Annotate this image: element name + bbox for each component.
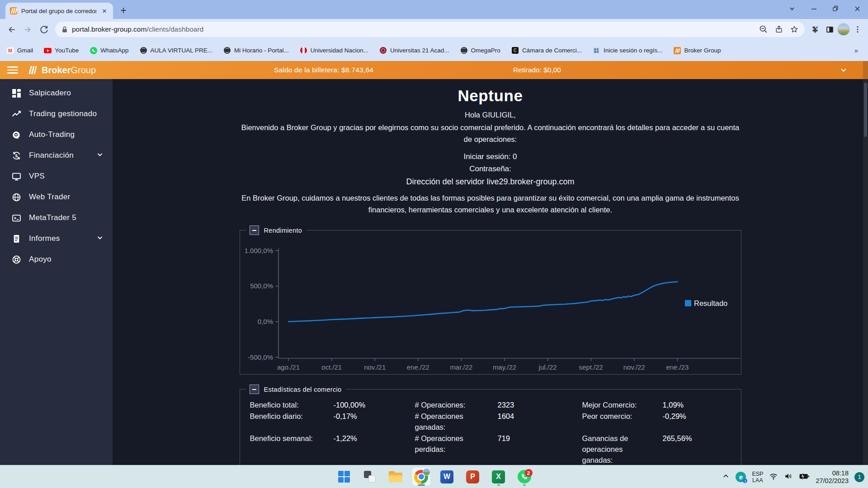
stat-row: Beneficio diario:-0,17% [250,411,415,433]
powerpoint-button[interactable]: P [464,468,482,486]
bookmark-aula-virtual[interactable]: AULA VIRTUAL PRE... [140,47,212,54]
excel-button[interactable]: X [490,468,508,486]
antivirus-tray-icon[interactable]: ei [736,472,746,482]
chevron-down-icon [96,234,104,244]
svg-text:ene./23: ene./23 [666,363,689,371]
svg-text:ene./22: ene./22 [406,363,429,371]
svg-text:-500,0%: -500,0% [248,353,273,361]
greeting-text: Hola GIULIGIL, [113,111,868,119]
restore-button[interactable] [825,0,846,17]
svg-text:mar./22: mar./22 [450,363,472,371]
side-panel-icon[interactable] [823,23,836,36]
browser-tab[interactable]: Portal del grupo de corredores ✕ [5,3,113,19]
battery-charging-icon[interactable] [799,472,810,483]
close-button[interactable] [846,0,868,17]
sidebar-item-auto-trading[interactable]: Auto-Trading [0,124,113,145]
header-chevron-down-icon[interactable] [840,66,847,75]
url-domain: portal.broker-group.com [72,25,146,33]
whatsapp-icon [90,47,97,54]
currency-cycle-icon: $ [12,151,21,160]
sidebar-item-metatrader5[interactable]: MetaTrader 5 [0,207,113,228]
window-controls [781,0,868,17]
sidebar-item-financiacion[interactable]: $ Financiación [0,145,113,166]
browser-menu-kebab-icon[interactable] [851,23,864,36]
chevron-down-icon [96,151,104,160]
wifi-icon[interactable] [769,472,778,483]
sidebar-item-salpicadero[interactable]: Salpicadero [0,83,113,103]
extensions-puzzle-icon[interactable] [808,23,822,36]
back-icon[interactable] [4,22,19,37]
bookmark-star-icon[interactable] [788,23,801,36]
excel-icon: X [492,470,505,483]
stat-row: Mejor Comercio:1,09% [582,399,741,411]
stat-row: Peor comercio:-0,29% [582,411,741,433]
svg-text:ago./21: ago./21 [277,363,299,371]
chrome-profile-badge [423,468,430,476]
collapse-panel-icon[interactable] [250,385,259,394]
trade-stats-panel: Estadísticas del comercio Beneficio tota… [240,385,741,465]
start-button[interactable] [335,468,353,486]
chrome-button[interactable] [412,468,430,486]
profile-avatar[interactable] [837,23,850,36]
sidebar-item-informes[interactable]: Informes [0,228,113,249]
zoom-out-indicator-icon[interactable] [757,23,770,36]
task-view-icon [364,471,376,483]
sidebar-item-vps[interactable]: VPS [0,166,113,187]
brand-stripes-icon [27,65,38,75]
forward-icon[interactable] [20,22,35,37]
url-text[interactable]: portal.broker-group.com/clients/dashboar… [72,25,203,33]
server-address-text: Dirección del servidor live29.broker-gro… [113,176,868,188]
withdrawn-amount: Retirado: $0,00 [513,66,561,74]
minimize-button[interactable] [803,0,825,17]
language-indicator[interactable]: ESPLAA [752,471,763,483]
whatsapp-button[interactable]: 2 [515,468,533,486]
bookmark-omegapro[interactable]: OmegaPro [460,47,500,54]
svg-text:Resultado: Resultado [694,299,727,307]
word-button[interactable]: W [438,468,456,486]
whatsapp-icon: 2 [518,470,531,483]
tab-search-icon[interactable] [781,0,803,17]
clock[interactable]: 08:1827/02/2023 [816,469,849,485]
browser-toolbar: portal.broker-group.com/clients/dashboar… [0,19,868,40]
bookmarks-overflow-icon[interactable]: » [854,47,862,54]
site-favicon-icon [10,7,17,14]
trade-stats-legend: Estadísticas del comercio [246,385,346,394]
page-scrollbar[interactable] [863,61,868,465]
bookmark-camara-comercio[interactable]: CCámara de Comerci... [511,47,582,54]
bookmark-universitas-21[interactable]: Universitas 21 Acad... [379,47,449,54]
volume-icon[interactable] [784,472,793,483]
bookmark-universidad-nacional[interactable]: Universidad Nacion... [300,47,368,54]
scrollbar-thumb[interactable] [864,83,867,137]
bookmark-youtube[interactable]: YouTube [44,47,79,54]
stat-row: # Operaciones:2323 [415,399,582,411]
page-viewport: BrokerGroup Saldo de la billetera: $8.74… [0,61,868,465]
dark-globe-icon [460,47,468,54]
collapse-panel-icon[interactable] [250,225,259,235]
reload-icon[interactable] [36,22,52,37]
tab-close-icon[interactable]: ✕ [100,7,108,15]
bookmark-inicie-sesion[interactable]: Inicie sesión o regís... [593,47,663,54]
brand-name: BrokerGroup [42,65,96,75]
sidebar-item-trading-gestionado[interactable]: Trading gestionado [0,103,113,124]
sidebar-item-apoyo[interactable]: Apoyo [0,249,113,270]
bookmark-broker-group[interactable]: Broker Group [674,47,721,54]
file-explorer-button[interactable] [387,468,405,486]
notification-count-badge[interactable]: 1 [854,472,864,482]
stat-row: # Operaciones perdidas:719 [415,433,582,465]
trending-up-icon [12,109,21,119]
terminal-icon [12,213,21,223]
task-view-button[interactable] [361,468,379,486]
share-icon[interactable] [772,23,786,36]
new-tab-button[interactable]: + [117,4,130,17]
stat-row: Ganancias de operaciones ganadas:265,56% [582,433,741,465]
tray-chevron-up-icon[interactable] [722,472,730,482]
sidebar-item-web-trader[interactable]: Web Trader [0,187,113,207]
address-bar[interactable]: portal.broker-group.com/clients/dashboar… [55,22,805,37]
brand-logo[interactable]: BrokerGroup [27,65,96,75]
dashboard-main: Neptune Hola GIULIGIL, Bienvenido a Brok… [113,79,868,465]
hamburger-menu-icon[interactable] [7,66,18,74]
bookmark-gmail[interactable]: MGmail [6,47,33,54]
bookmark-whatsapp[interactable]: WhatsApp [90,47,128,54]
bookmark-mi-horario[interactable]: Mi Horario - Portal... [223,47,289,54]
stat-row: Beneficio total:-100,00% [250,399,415,411]
